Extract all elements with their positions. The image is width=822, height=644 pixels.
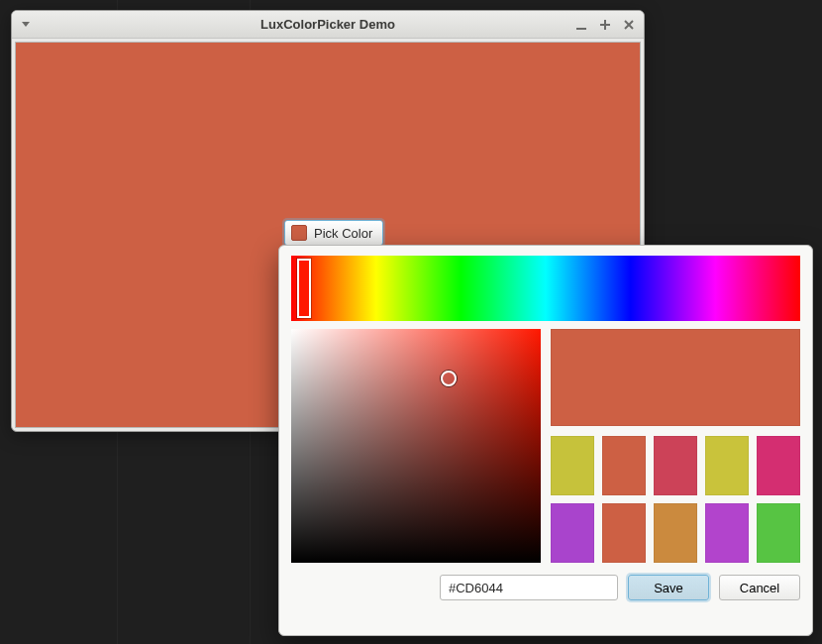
preset-swatch[interactable] bbox=[705, 436, 749, 495]
hex-input[interactable] bbox=[440, 575, 618, 600]
cancel-button[interactable]: Cancel bbox=[719, 575, 800, 600]
preset-swatch[interactable] bbox=[757, 503, 800, 563]
sv-field-thumb[interactable] bbox=[441, 371, 457, 386]
svg-rect-0 bbox=[576, 28, 586, 30]
preset-swatch[interactable] bbox=[654, 436, 697, 495]
preset-swatch[interactable] bbox=[602, 503, 646, 563]
window-title: LuxColorPicker Demo bbox=[12, 17, 644, 32]
saturation-value-field[interactable] bbox=[291, 329, 541, 563]
minimize-icon[interactable] bbox=[572, 15, 590, 37]
svg-rect-2 bbox=[600, 24, 610, 26]
hue-slider-thumb[interactable] bbox=[297, 259, 311, 318]
preset-swatch[interactable] bbox=[551, 436, 594, 495]
preset-swatch[interactable] bbox=[551, 503, 594, 563]
maximize-icon[interactable] bbox=[596, 15, 614, 37]
preset-grid bbox=[551, 436, 800, 563]
close-icon[interactable] bbox=[620, 15, 638, 37]
pick-color-chip bbox=[291, 225, 307, 241]
color-picker-popup: Save Cancel bbox=[278, 245, 813, 636]
color-preview bbox=[551, 329, 800, 426]
save-button[interactable]: Save bbox=[628, 575, 709, 600]
preset-swatch[interactable] bbox=[757, 436, 800, 495]
hue-slider[interactable] bbox=[291, 256, 800, 321]
titlebar[interactable]: LuxColorPicker Demo bbox=[12, 11, 644, 39]
preset-swatch[interactable] bbox=[705, 503, 749, 563]
pick-color-button[interactable]: Pick Color bbox=[284, 220, 383, 246]
preset-swatch[interactable] bbox=[654, 503, 697, 563]
window-menu-icon[interactable] bbox=[22, 22, 30, 27]
pick-color-label: Pick Color bbox=[314, 226, 372, 241]
preset-swatch[interactable] bbox=[602, 436, 646, 495]
